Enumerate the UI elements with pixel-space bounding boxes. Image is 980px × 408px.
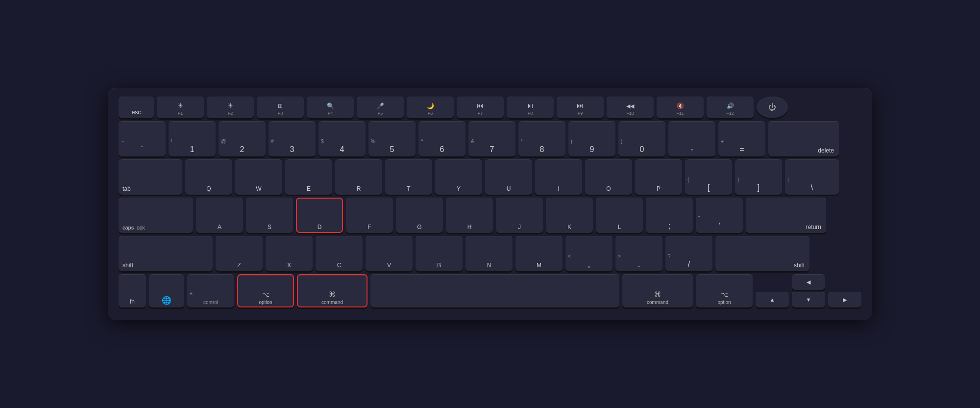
f4-key[interactable]: 🔍 F4 (307, 97, 354, 118)
delete-key[interactable]: delete (768, 121, 839, 156)
number-row: ~ ` ! 1 @ 2 # 3 $ 4 % 5 ^ 6 & 7 (119, 121, 861, 156)
f12-key[interactable]: 🔊 F12 (707, 97, 754, 118)
backslash-key[interactable]: | \ (785, 159, 839, 195)
zxcv-row: shift Z X C V B N M < , > . ? / shift (119, 236, 861, 271)
arrow-right-key[interactable]: ▶ (828, 292, 861, 307)
2-key[interactable]: @ 2 (219, 121, 266, 156)
r-key[interactable]: R (335, 159, 382, 195)
f10-key[interactable]: ◀◀ F10 (607, 97, 654, 118)
o-key[interactable]: O (585, 159, 632, 195)
equals-key[interactable]: + = (718, 121, 765, 156)
q-key[interactable]: Q (185, 159, 232, 195)
7-key[interactable]: & 7 (468, 121, 515, 156)
globe-key[interactable]: 🌐 (149, 274, 184, 307)
f6-key[interactable]: 🌙 F6 (407, 97, 454, 118)
6-key[interactable]: ^ 6 (418, 121, 466, 156)
f1-key[interactable]: ☀ F1 (157, 97, 204, 118)
comma-key[interactable]: < , (565, 236, 612, 271)
qwerty-row: tab Q W E R T Y U I O P { [ } ] | \ (119, 159, 861, 195)
y-key[interactable]: Y (435, 159, 482, 195)
keyboard: esc ☀ F1 ☀ F2 ⊞ F3 🔍 F4 🎤 F5 🌙 F6 ⏮ F7 (108, 88, 872, 320)
z-key[interactable]: Z (216, 236, 263, 271)
u-key[interactable]: U (485, 159, 532, 195)
4-key[interactable]: $ 4 (318, 121, 366, 156)
power-key[interactable]: ⏻ (757, 97, 788, 118)
shift-right-key[interactable]: shift (715, 236, 809, 271)
9-key[interactable]: ( 9 (568, 121, 615, 156)
m-key[interactable]: M (515, 236, 563, 271)
1-key[interactable]: ! 1 (169, 121, 216, 156)
p-key[interactable]: P (635, 159, 682, 195)
x-key[interactable]: X (266, 236, 313, 271)
arrow-down-key[interactable]: ▼ (792, 292, 825, 307)
arrow-up-key[interactable]: ▲ (756, 292, 789, 307)
d-key[interactable]: D (296, 198, 343, 233)
5-key[interactable]: % 5 (368, 121, 416, 156)
f2-key[interactable]: ☀ F2 (207, 97, 254, 118)
option-left-key[interactable]: ⌥ option (237, 274, 294, 307)
closebrace-key[interactable]: } ] (735, 159, 782, 195)
j-key[interactable]: J (496, 198, 543, 233)
arrow-cluster: ◀ ▲ ▼ ▶ (756, 274, 861, 307)
minus-key[interactable]: _ - (668, 121, 715, 156)
t-key[interactable]: T (385, 159, 432, 195)
i-key[interactable]: I (535, 159, 582, 195)
esc-key[interactable]: esc (119, 97, 154, 118)
l-key[interactable]: L (596, 198, 643, 233)
tilde-key[interactable]: ~ ` (119, 121, 166, 156)
a-key[interactable]: A (196, 198, 243, 233)
f7-key[interactable]: ⏮ F7 (457, 97, 504, 118)
c-key[interactable]: C (316, 236, 363, 271)
capslock-key[interactable]: caps lock (119, 198, 193, 233)
tab-key[interactable]: tab (119, 159, 182, 195)
h-key[interactable]: H (446, 198, 493, 233)
shift-left-key[interactable]: shift (119, 236, 213, 271)
bottom-row: fn 🌐 ^ control ⌥ option ⌘ command ⌘ comm… (119, 274, 861, 307)
control-key[interactable]: ^ control (187, 274, 234, 307)
slash-key[interactable]: ? / (665, 236, 712, 271)
command-right-key[interactable]: ⌘ command (622, 274, 693, 307)
asdf-row: caps lock A S D F G H J K L : ; " ' retu… (119, 198, 861, 233)
f9-key[interactable]: ⏭ F9 (557, 97, 604, 118)
fn-key[interactable]: fn (119, 274, 146, 307)
b-key[interactable]: B (416, 236, 463, 271)
openbrace-key[interactable]: { [ (685, 159, 732, 195)
command-left-key[interactable]: ⌘ command (297, 274, 368, 307)
g-key[interactable]: G (396, 198, 443, 233)
quote-key[interactable]: " ' (696, 198, 743, 233)
n-key[interactable]: N (466, 236, 513, 271)
k-key[interactable]: K (546, 198, 593, 233)
s-key[interactable]: S (246, 198, 293, 233)
option-right-key[interactable]: ⌥ option (696, 274, 753, 307)
0-key[interactable]: ) 0 (618, 121, 665, 156)
semicolon-key[interactable]: : ; (646, 198, 693, 233)
f11-key[interactable]: 🔇 F11 (657, 97, 704, 118)
period-key[interactable]: > . (615, 236, 662, 271)
arrow-left-key[interactable]: ◀ (792, 274, 825, 290)
f8-key[interactable]: ⏯ F8 (507, 97, 554, 118)
8-key[interactable]: * 8 (518, 121, 565, 156)
f-key[interactable]: F (346, 198, 393, 233)
return-key[interactable]: return (746, 198, 826, 233)
e-key[interactable]: E (285, 159, 332, 195)
w-key[interactable]: W (235, 159, 282, 195)
space-key[interactable] (370, 274, 619, 307)
function-row: esc ☀ F1 ☀ F2 ⊞ F3 🔍 F4 🎤 F5 🌙 F6 ⏮ F7 (119, 97, 861, 118)
v-key[interactable]: V (366, 236, 413, 271)
f3-key[interactable]: ⊞ F3 (257, 97, 304, 118)
3-key[interactable]: # 3 (269, 121, 316, 156)
f5-key[interactable]: 🎤 F5 (357, 97, 404, 118)
